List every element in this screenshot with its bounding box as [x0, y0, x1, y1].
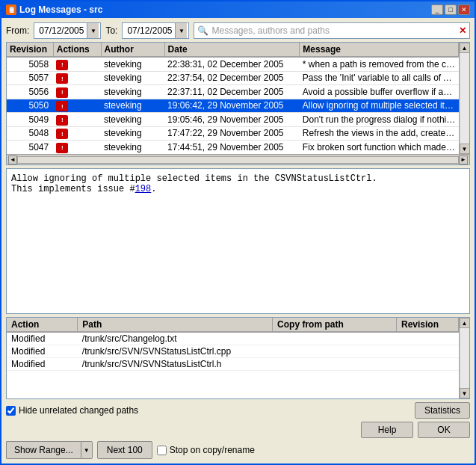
col-header-revision[interactable]: Revision [7, 43, 53, 57]
to-date-dropdown[interactable]: ▼ [175, 23, 187, 38]
scroll-down-button[interactable]: ▼ [460, 144, 470, 154]
col-header-date[interactable]: Date [164, 43, 300, 57]
from-date-combo[interactable]: 07/12/2005 ▼ [34, 22, 101, 39]
title-bar: 📋 Log Messages - src _ □ ✕ [1, 1, 475, 18]
action-icon: ! [56, 60, 68, 70]
col-header-actions[interactable]: Actions [53, 43, 101, 57]
help-button[interactable]: Help [361, 422, 413, 438]
log-table-inner[interactable]: Revision Actions Author Date Message 505… [7, 43, 459, 154]
col-header-action[interactable]: Action [7, 318, 78, 332]
log-table-row[interactable]: 5057 ! steveking 22:37:54, 02 December 2… [7, 71, 459, 85]
paths-table-scrollbar[interactable]: ▲ ▼ [459, 318, 469, 398]
log-table-row[interactable]: 5050 ! steveking 19:06:42, 29 November 2… [7, 99, 459, 113]
show-range-dropdown[interactable]: ▼ [81, 441, 93, 459]
paths-scroll-track[interactable] [460, 328, 469, 388]
col-header-copy-from[interactable]: Copy from path [273, 318, 397, 332]
cell-path-action: Modified [7, 332, 78, 345]
cell-date: 22:37:11, 02 December 2005 [164, 85, 300, 99]
content-area: From: 07/12/2005 ▼ To: 07/12/2005 ▼ 🔍 Me… [1, 18, 475, 464]
cell-path: /trunk/src/Changelog.txt [78, 332, 273, 345]
paths-scroll-up-button[interactable]: ▲ [460, 318, 470, 328]
cell-message: Avoid a possible buffer overflow if an a… [300, 85, 459, 99]
log-table-container: Revision Actions Author Date Message 505… [6, 42, 470, 165]
log-table-row[interactable]: 5048 ! steveking 17:47:22, 29 November 2… [7, 126, 459, 141]
cell-copy-from [273, 345, 397, 358]
paths-table-row[interactable]: Modified /trunk/src/Changelog.txt [7, 332, 459, 345]
maximize-button[interactable]: □ [445, 4, 457, 15]
col-header-path-revision[interactable]: Revision [397, 318, 459, 332]
cell-path-action: Modified [7, 358, 78, 371]
log-table-row[interactable]: 5056 ! steveking 22:37:11, 02 December 2… [7, 85, 459, 99]
cell-author: steveking [101, 99, 164, 113]
col-header-path[interactable]: Path [78, 318, 273, 332]
search-clear-button[interactable]: ✕ [459, 25, 466, 36]
cell-message: Allow ignoring of multiple selected item… [300, 99, 459, 113]
stop-copy-row: Stop on copy/rename [157, 445, 255, 455]
log-table-row[interactable]: 5058 ! steveking 22:38:31, 02 December 2… [7, 57, 459, 71]
help-ok-row: Help OK [6, 422, 470, 438]
cell-date: 22:38:31, 02 December 2005 [164, 57, 300, 71]
title-bar-left: 📋 Log Messages - src [6, 4, 102, 15]
col-header-author[interactable]: Author [101, 43, 164, 57]
action-icon: ! [56, 87, 68, 98]
log-table-row[interactable]: 5047 ! steveking 17:44:51, 29 November 2… [7, 141, 459, 155]
paths-table-inner[interactable]: Action Path Copy from path Revision Modi… [7, 318, 459, 398]
from-date-dropdown[interactable]: ▼ [87, 23, 99, 38]
window-icon: 📋 [6, 4, 16, 15]
cell-path-revision [397, 332, 459, 345]
show-range-button[interactable]: Show Range... [6, 441, 81, 459]
next-100-button[interactable]: Next 100 [97, 441, 152, 459]
hscroll-track[interactable] [17, 156, 459, 164]
stop-copy-checkbox[interactable] [157, 446, 167, 455]
cell-author: steveking [101, 71, 164, 85]
stop-copy-label: Stop on copy/rename [170, 445, 255, 455]
cell-message: Fix broken sort function which made the … [300, 141, 459, 155]
bottom-row2: Show Range... ▼ Next 100 Stop on copy/re… [6, 441, 470, 459]
cell-revision: 5056 [7, 85, 53, 99]
col-header-message[interactable]: Message [300, 43, 459, 57]
paths-table-row[interactable]: Modified /trunk/src/SVN/SVNStatusListCtr… [7, 345, 459, 358]
paths-scroll-down-button[interactable]: ▼ [460, 388, 470, 398]
log-table-row[interactable]: 5049 ! steveking 19:05:46, 29 November 2… [7, 113, 459, 127]
cell-date: 19:05:46, 29 November 2005 [164, 113, 300, 127]
bottom-section: Hide unrelated changed paths Statistics … [6, 402, 470, 459]
cell-copy-from [273, 332, 397, 345]
cell-path-revision [397, 345, 459, 358]
scroll-track[interactable] [460, 53, 469, 144]
cell-revision: 5049 [7, 113, 53, 127]
cell-author: steveking [101, 141, 164, 155]
cell-revision: 5047 [7, 141, 53, 155]
search-box[interactable]: 🔍 Messages, authors and paths ✕ [194, 22, 470, 39]
minimize-button[interactable]: _ [431, 4, 443, 15]
log-table: Revision Actions Author Date Message 505… [7, 43, 459, 154]
hide-paths-checkbox[interactable] [6, 406, 16, 416]
statistics-button[interactable]: Statistics [415, 402, 470, 419]
cell-revision: 5050 [7, 99, 53, 113]
paths-table-row[interactable]: Modified /trunk/src/SVN/SVNStatusListCtr… [7, 358, 459, 371]
cell-author: steveking [101, 126, 164, 141]
to-date-combo[interactable]: 07/12/2005 ▼ [122, 22, 189, 39]
cell-author: steveking [101, 85, 164, 99]
from-label: From: [6, 25, 29, 36]
cell-message: Pass the 'Init' variable to all calls of… [300, 71, 459, 85]
hscroll-right-button[interactable]: ► [459, 155, 468, 164]
log-table-hscroll[interactable]: ◄ ► [7, 154, 469, 164]
title-buttons: _ □ ✕ [431, 4, 470, 15]
scroll-up-button[interactable]: ▲ [460, 43, 470, 53]
message-panel: Allow ignoring of multiple selected item… [6, 168, 470, 314]
issue-link[interactable]: 198 [135, 184, 152, 194]
log-table-scrollbar[interactable]: ▲ ▼ [459, 43, 469, 154]
hscroll-left-button[interactable]: ◄ [8, 155, 17, 164]
action-icon: ! [56, 115, 68, 126]
cell-revision: 5048 [7, 126, 53, 141]
close-button[interactable]: ✕ [458, 4, 470, 15]
cell-action: ! [53, 126, 101, 141]
from-date-value: 07/12/2005 [36, 25, 87, 36]
to-label: To: [105, 25, 117, 36]
cell-author: steveking [101, 57, 164, 71]
cell-message: Refresh the views in the add, create pat… [300, 126, 459, 141]
paths-header-row: Action Path Copy from path Revision [7, 318, 459, 332]
ok-button[interactable]: OK [418, 422, 470, 438]
cell-date: 19:06:42, 29 November 2005 [164, 99, 300, 113]
cell-date: 17:44:51, 29 November 2005 [164, 141, 300, 155]
